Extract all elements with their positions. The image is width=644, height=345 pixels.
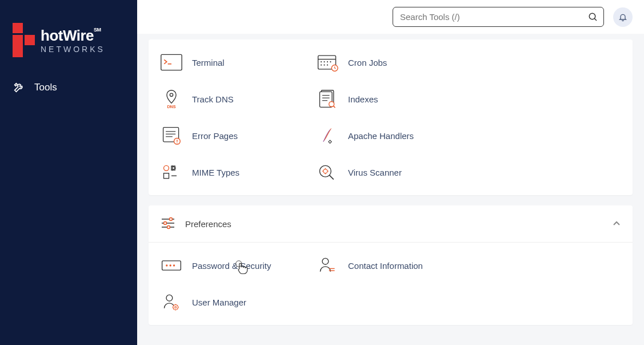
svg-point-14 — [170, 93, 173, 96]
page-error-icon — [160, 124, 183, 147]
search-icon[interactable] — [588, 12, 598, 22]
tool-label: User Manager — [192, 298, 246, 307]
svg-point-49 — [173, 264, 175, 266]
shapes-icon — [160, 161, 183, 184]
search-input[interactable] — [393, 7, 604, 27]
document-search-icon — [316, 88, 339, 110]
sidebar-item-tools[interactable]: Tools — [0, 74, 137, 101]
svg-point-29 — [177, 142, 178, 144]
svg-line-1 — [594, 18, 597, 21]
svg-point-10 — [321, 64, 322, 65]
brand-squares-icon — [13, 23, 35, 57]
svg-line-34 — [330, 175, 334, 179]
svg-point-11 — [323, 64, 325, 65]
panel-title: Preferences — [185, 219, 231, 229]
svg-point-54 — [166, 295, 173, 301]
svg-point-0 — [589, 13, 595, 19]
svg-point-41 — [170, 218, 173, 221]
password-icon — [160, 254, 183, 277]
apache-feather-icon — [316, 124, 339, 147]
sidebar: hotWireSM NETWORKS Tools — [0, 0, 137, 345]
calendar-clock-icon — [316, 51, 339, 74]
svg-point-9 — [330, 61, 331, 62]
tool-apache-handlers[interactable]: Apache Handlers — [316, 124, 465, 147]
svg-rect-31 — [164, 173, 169, 179]
tool-label: Password & Security — [192, 261, 271, 271]
tool-label: Track DNS — [192, 94, 234, 104]
svg-point-51 — [322, 258, 329, 264]
panel-header-preferences[interactable]: Preferences — [149, 205, 633, 243]
virus-search-icon — [316, 161, 339, 184]
svg-text:DNS: DNS — [167, 104, 175, 109]
svg-line-22 — [333, 106, 335, 108]
tool-label: Cron Jobs — [348, 58, 387, 68]
tool-mime-types[interactable]: MIME Types — [160, 161, 309, 184]
tool-user-manager[interactable]: User Manager — [160, 291, 309, 314]
tools-icon — [13, 81, 25, 94]
brand-sub: NETWORKS — [41, 45, 105, 54]
tool-label: Contact Information — [348, 261, 423, 271]
tool-label: Indexes — [348, 94, 378, 104]
svg-point-43 — [164, 222, 167, 225]
sidebar-item-label: Tools — [34, 82, 57, 93]
tool-indexes[interactable]: Indexes — [316, 88, 465, 110]
notifications-button[interactable] — [613, 7, 633, 27]
tool-label: Error Pages — [192, 131, 238, 141]
chevron-up-icon — [612, 219, 621, 228]
tool-contact-information[interactable]: Contact Information — [316, 254, 465, 277]
svg-point-45 — [167, 226, 170, 229]
tool-label: MIME Types — [192, 168, 239, 177]
sliders-icon — [160, 216, 176, 232]
tool-label: Apache Handlers — [348, 131, 414, 141]
svg-point-12 — [327, 64, 328, 65]
tool-password-security[interactable]: Password & Security — [160, 254, 309, 277]
bell-icon — [618, 13, 627, 22]
pin-dns-icon: DNS — [160, 88, 183, 110]
footer: cPanel 104.0.7 Home Trademarks Privacy P… — [149, 335, 633, 345]
tool-virus-scanner[interactable]: Virus Scanner — [316, 161, 465, 184]
tool-error-pages[interactable]: Error Pages — [160, 124, 309, 147]
contact-icon — [316, 254, 339, 277]
svg-point-30 — [164, 165, 169, 170]
tool-terminal[interactable]: Terminal — [160, 51, 309, 74]
user-gear-icon — [160, 291, 183, 314]
svg-point-47 — [166, 264, 167, 266]
svg-point-35 — [323, 169, 327, 173]
panel-preferences: Preferences Password & Security — [149, 205, 633, 325]
svg-point-48 — [170, 264, 171, 266]
svg-rect-46 — [162, 261, 181, 270]
svg-point-33 — [320, 165, 331, 177]
brand-logo: hotWireSM NETWORKS — [0, 11, 137, 74]
svg-point-7 — [323, 61, 325, 62]
topbar — [137, 0, 644, 34]
tool-cron-jobs[interactable]: Cron Jobs — [316, 51, 465, 74]
terminal-icon — [160, 51, 183, 74]
panel-advanced: Terminal Cron Jobs DNS Track DNS — [149, 39, 633, 195]
brand-main: hotWireSM — [41, 27, 105, 45]
svg-point-6 — [321, 61, 322, 62]
svg-rect-2 — [161, 54, 182, 70]
tool-track-dns[interactable]: DNS Track DNS — [160, 88, 309, 110]
svg-point-8 — [327, 61, 328, 62]
tool-label: Terminal — [192, 58, 225, 68]
tool-label: Virus Scanner — [348, 168, 402, 177]
